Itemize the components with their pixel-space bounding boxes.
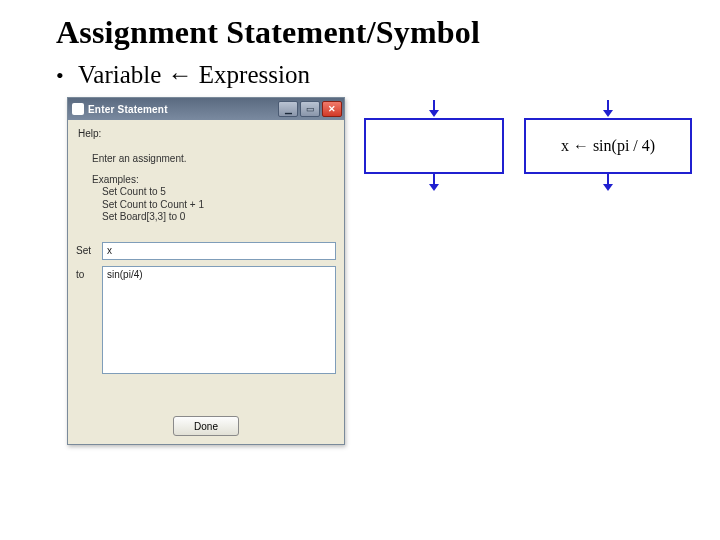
dialog-body: Help: Enter an assignment. Examples: Set… (68, 120, 344, 382)
flowchart-area: x ← sin(pi / 4) (360, 100, 700, 220)
done-button[interactable]: Done (173, 416, 239, 436)
example-line: Set Count to Count + 1 (102, 199, 324, 212)
svg-marker-3 (429, 184, 439, 191)
help-text: Enter an assignment. Examples: Set Count… (82, 145, 334, 234)
example-line: Set Board[3,3] to 0 (102, 211, 324, 224)
example-line: Set Count to 5 (102, 186, 324, 199)
arrow-down-icon (427, 174, 441, 192)
examples-label: Examples: (92, 174, 324, 187)
slide-title: Assignment Statement/Symbol (56, 14, 680, 51)
app-icon (72, 103, 84, 115)
svg-marker-1 (429, 110, 439, 117)
close-button[interactable]: ✕ (322, 101, 342, 117)
flow-symbol-assignment: x ← sin(pi / 4) (524, 100, 692, 192)
dialog-footer: Done (68, 416, 344, 436)
bullet-dot-icon: • (56, 63, 78, 89)
flow-box-empty (364, 118, 504, 174)
svg-marker-7 (603, 184, 613, 191)
bullet-list: • Variable ← Expression (56, 61, 680, 89)
bullet-text: Variable ← Expression (78, 61, 310, 89)
maximize-button[interactable]: ▭ (300, 101, 320, 117)
arrow-down-icon (601, 174, 615, 192)
minimize-button[interactable]: ▁ (278, 101, 298, 117)
dialog-titlebar[interactable]: Enter Statement ▁ ▭ ✕ (68, 98, 344, 120)
flow-symbol-empty (364, 100, 504, 192)
window-buttons: ▁ ▭ ✕ (278, 101, 342, 117)
minimize-icon: ▁ (285, 105, 292, 114)
maximize-icon: ▭ (306, 105, 315, 114)
help-intro: Enter an assignment. (92, 153, 324, 166)
close-icon: ✕ (328, 105, 336, 114)
set-variable-input[interactable] (102, 242, 336, 260)
to-row: to (76, 266, 336, 374)
dialog-title: Enter Statement (88, 104, 278, 115)
help-label: Help: (78, 128, 336, 139)
to-label: to (76, 266, 102, 280)
expression-input[interactable] (102, 266, 336, 374)
arrow-down-icon (601, 100, 615, 118)
flow-box-assignment: x ← sin(pi / 4) (524, 118, 692, 174)
enter-statement-dialog: Enter Statement ▁ ▭ ✕ Help: Enter an ass… (67, 97, 345, 445)
svg-marker-5 (603, 110, 613, 117)
set-row: Set (76, 242, 336, 260)
set-label: Set (76, 242, 102, 256)
bullet-item: • Variable ← Expression (56, 61, 680, 89)
arrow-down-icon (427, 100, 441, 118)
